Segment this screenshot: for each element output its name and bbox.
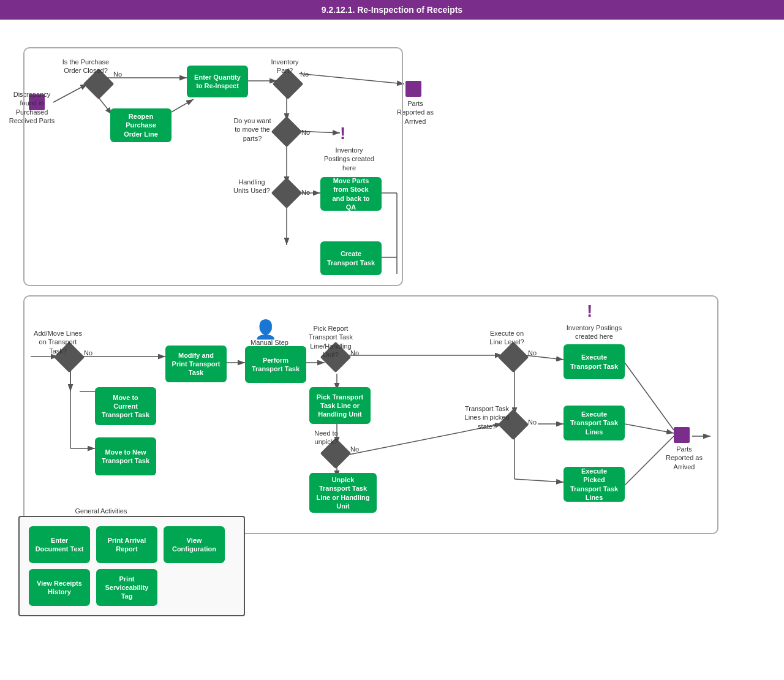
label-add-move: Add/Move Lines on Transport Task? (32, 329, 84, 355)
perform-transport-box[interactable]: Perform Transport Task (245, 346, 306, 383)
print-arrival-box[interactable]: Print Arrival Report (96, 526, 157, 563)
label-no-lines-picked: No (528, 418, 537, 426)
label-pick-report: Pick Report Transport Task Line/Handling… (306, 324, 355, 359)
inv-postings-2-label: Inventory Postings created here (564, 323, 625, 341)
diagram-container: Discrepancy found in Purchased Received … (0, 20, 784, 680)
execute-lines-box[interactable]: Execute Transport Task Lines (564, 406, 625, 440)
label-need-unpick: Need to unpick? (306, 429, 346, 447)
view-config-box[interactable]: View Configuration (164, 526, 225, 563)
print-serviceability-box[interactable]: Print Serviceability Tag (96, 569, 157, 606)
execute-transport-box[interactable]: Execute Transport Task (564, 344, 625, 379)
general-activities-label: General Activities (61, 507, 141, 515)
execute-picked-box[interactable]: Execute Picked Transport Task Lines (564, 467, 625, 502)
parts-arrived-1 (405, 81, 421, 97)
label-no-execute: No (528, 349, 537, 357)
general-activities-box: Enter Document Text Print Arrival Report… (18, 516, 245, 616)
exclaim-2: ! (587, 303, 592, 320)
label-execute-line: Execute on Line Level? (484, 329, 530, 347)
title-bar: 9.2.12.1. Re-Inspection of Receipts (0, 0, 784, 20)
manual-step-person: 👤 (254, 319, 277, 340)
view-receipts-box[interactable]: View Receipts History (29, 569, 90, 606)
unpick-box[interactable]: Unpick Transport Task Line or Handling U… (309, 473, 377, 513)
move-current-box[interactable]: Move to Current Transport Task (95, 387, 156, 425)
move-new-box[interactable]: Move to New Transport Task (95, 437, 156, 475)
parts-arrived-2-label: Parts Reported as Arrived (663, 445, 706, 471)
enter-doc-text-box[interactable]: Enter Document Text (29, 526, 90, 563)
label-no-add-move: No (84, 349, 92, 357)
modify-print-box[interactable]: Modify and Print Transport Task (165, 346, 227, 382)
top-section-boundary (23, 47, 403, 286)
parts-arrived-2 (674, 427, 690, 443)
label-lines-picked: Transport Task Lines in picked state? (462, 404, 511, 431)
label-no-pick: No (350, 349, 359, 357)
label-no-unpick: No (350, 445, 359, 453)
pick-task-line-box[interactable]: Pick Transport Task Line or Handling Uni… (309, 387, 371, 424)
